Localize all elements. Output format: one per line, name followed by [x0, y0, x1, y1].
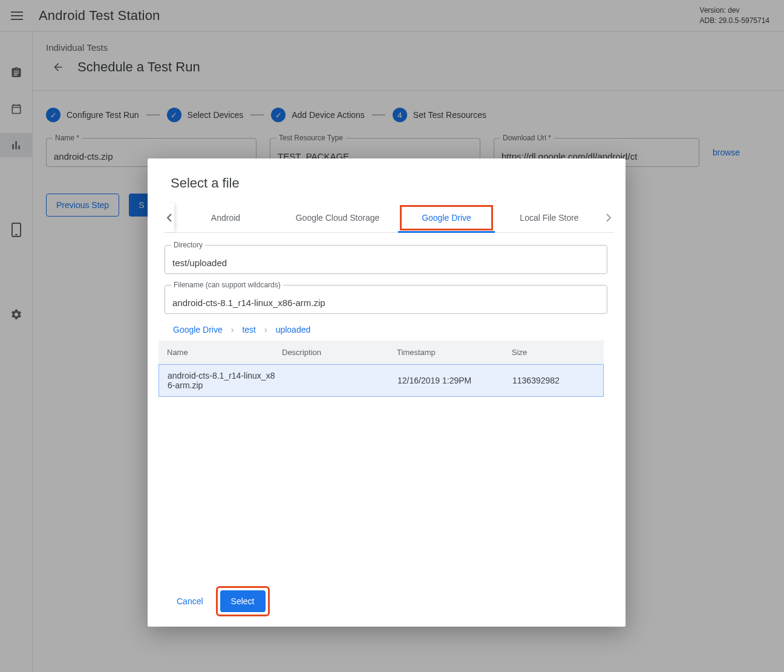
tabs-prev-icon[interactable] [165, 203, 174, 232]
tabs-next-icon[interactable] [604, 203, 613, 232]
col-ts: Timestamp [397, 348, 512, 357]
bc-test[interactable]: test [242, 325, 256, 334]
row-name: android-cts-8.1_r14-linux_x86-arm.zip [168, 371, 283, 390]
cancel-button[interactable]: Cancel [171, 592, 209, 611]
dialog-title: Select a file [165, 175, 613, 191]
dialog-breadcrumb: Google Drive › test › uploaded [173, 325, 613, 334]
bc-uploaded[interactable]: uploaded [276, 325, 311, 334]
chevron-right-icon: › [231, 325, 234, 334]
col-desc: Description [282, 348, 397, 357]
select-highlight: Select [218, 588, 268, 615]
directory-input[interactable] [172, 258, 599, 268]
directory-field[interactable]: Directory [165, 245, 607, 274]
tab-android[interactable]: Android [174, 203, 277, 232]
tabs-row: Android Google Cloud Storage Google Driv… [165, 203, 613, 233]
chevron-right-icon: › [264, 325, 267, 334]
col-name: Name [167, 348, 282, 357]
col-size: Size [512, 348, 595, 357]
table-row[interactable]: android-cts-8.1_r14-linux_x86-arm.zip 12… [158, 364, 604, 397]
filename-input[interactable] [172, 298, 599, 308]
tab-gcs[interactable]: Google Cloud Storage [277, 203, 398, 232]
filename-label: Filename (can support wildcards) [171, 281, 283, 289]
select-button[interactable]: Select [220, 590, 266, 612]
directory-label: Directory [171, 241, 205, 249]
file-table: Name Description Timestamp Size android-… [158, 341, 604, 397]
tab-local-file-store[interactable]: Local File Store [495, 203, 604, 232]
select-file-dialog: Select a file Android Google Cloud Stora… [148, 158, 626, 627]
filename-field[interactable]: Filename (can support wildcards) [165, 285, 607, 314]
row-size: 1136392982 [512, 376, 595, 385]
tab-google-drive[interactable]: Google Drive [398, 203, 495, 232]
row-ts: 12/16/2019 1:29PM [397, 376, 512, 385]
bc-root[interactable]: Google Drive [173, 325, 223, 334]
